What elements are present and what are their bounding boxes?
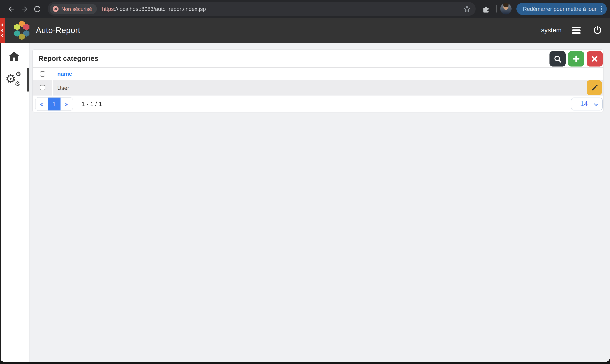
add-category-button[interactable]: [568, 51, 584, 66]
page-size-value: 14: [580, 100, 588, 108]
refresh-icon: [33, 5, 41, 13]
row-select-cell: [33, 80, 53, 95]
bottom-edge-strip: [0, 362, 610, 364]
delete-button[interactable]: [587, 51, 603, 66]
result-range-label: 1 - 1 / 1: [81, 100, 102, 107]
back-arrow-icon: [7, 5, 15, 13]
header-right-cluster: system: [541, 25, 603, 36]
url-scheme: https: [102, 6, 114, 12]
panel-toolbar: [549, 51, 603, 66]
sidebar-item-home[interactable]: [5, 48, 23, 65]
forward-arrow-icon: [20, 5, 28, 13]
current-user-label: system: [541, 26, 562, 34]
content-area: ⚙ ⚙ ⚙ Report categories: [0, 43, 610, 362]
search-icon: [554, 55, 561, 63]
chevron-left-icon: [1, 23, 4, 27]
screen: Non sécurisé https://localhost:8083/auto…: [0, 0, 610, 364]
browser-toolbar: Non sécurisé https://localhost:8083/auto…: [0, 0, 610, 18]
power-icon: [593, 26, 602, 35]
sidebar-collapse-strip[interactable]: [0, 18, 5, 43]
toolbar-right-cluster: Redémarrer pour mettre à jour: [480, 3, 607, 15]
pagination-bar: « 1 » 1 - 1 / 1 14: [33, 95, 603, 112]
prev-page-button[interactable]: «: [36, 97, 48, 110]
app-header: Auto-Report system: [0, 18, 610, 43]
main-region: Report categories: [29, 43, 610, 362]
row-checkbox[interactable]: [40, 85, 45, 90]
hamburger-icon: [572, 26, 581, 28]
search-button[interactable]: [549, 51, 566, 66]
gear-small-icon: ⚙: [14, 81, 20, 87]
table-row: User: [33, 80, 603, 95]
address-bar[interactable]: Non sécurisé https://localhost:8083/auto…: [48, 2, 476, 16]
security-badge[interactable]: Non sécurisé: [50, 4, 97, 14]
category-name: User: [57, 84, 69, 91]
current-page-button[interactable]: 1: [48, 97, 61, 110]
table-header-row: name: [33, 67, 603, 80]
report-categories-panel: Report categories: [32, 49, 604, 113]
sidebar: ⚙ ⚙ ⚙: [1, 43, 29, 362]
app-title: Auto-Report: [36, 26, 80, 35]
url-text: https://localhost:8083/auto_report/index…: [102, 6, 463, 12]
page-size-select[interactable]: 14: [571, 97, 603, 110]
next-page-button[interactable]: »: [61, 97, 73, 110]
puzzle-icon: [482, 5, 490, 13]
page-title: Report categories: [38, 54, 98, 63]
action-header-cell: [585, 68, 603, 80]
restart-to-update-button[interactable]: Redémarrer pour mettre à jour: [517, 3, 607, 15]
active-item-indicator: [27, 68, 29, 91]
chevron-left-icon: [1, 34, 4, 37]
gear-small-icon: ⚙: [15, 71, 21, 78]
pager: « 1 »: [35, 97, 73, 111]
toolbar-separator: [496, 5, 497, 13]
select-all-cell: [33, 68, 53, 80]
not-secure-icon: [53, 6, 58, 12]
menu-button[interactable]: [570, 25, 582, 36]
extensions-button[interactable]: [480, 5, 493, 13]
security-badge-label: Non sécurisé: [61, 6, 92, 12]
restart-button-label: Redémarrer pour mettre à jour: [523, 6, 597, 12]
browser-window: Non sécurisé https://localhost:8083/auto…: [0, 0, 610, 362]
star-icon: [463, 5, 471, 13]
chrome-menu-dots-icon[interactable]: [601, 5, 602, 12]
x-icon: [591, 56, 598, 62]
sidebar-item-settings[interactable]: ⚙ ⚙ ⚙: [3, 69, 24, 90]
logout-button[interactable]: [592, 25, 603, 36]
bookmark-star-button[interactable]: [463, 5, 471, 13]
pencil-icon: [590, 84, 598, 91]
home-icon: [9, 52, 19, 61]
back-button[interactable]: [5, 3, 18, 15]
edit-button[interactable]: [587, 80, 602, 95]
select-all-checkbox[interactable]: [40, 71, 45, 76]
panel-header: Report categories: [33, 50, 603, 67]
row-action-cell: [585, 80, 603, 95]
row-name-cell: User: [53, 80, 585, 95]
profile-avatar[interactable]: [501, 3, 512, 14]
chevron-left-icon: [1, 29, 4, 32]
name-header-cell: name: [53, 68, 585, 80]
chevron-down-icon: [594, 102, 598, 106]
forward-button[interactable]: [18, 3, 31, 15]
url-rest: ://localhost:8083/auto_report/index.jsp: [114, 6, 206, 12]
column-header-name[interactable]: name: [57, 71, 72, 77]
refresh-button[interactable]: [31, 3, 44, 15]
plus-icon: [572, 55, 580, 63]
app-logo: [14, 17, 29, 43]
